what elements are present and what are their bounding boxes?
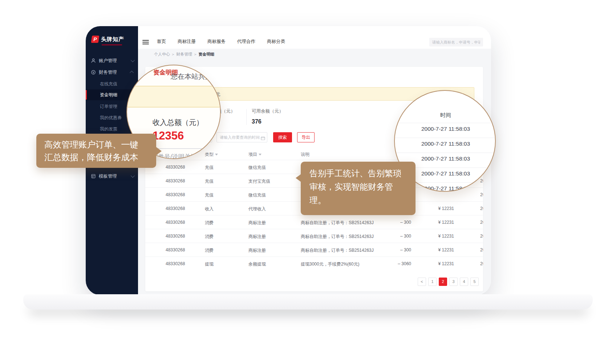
tooltip-left-line2: 汇总数据，降低财务成本 [44,151,148,164]
sidebar-item-recharge[interactable]: 在线充值 [86,78,138,89]
cell-time: 2000-7-27 11:58:03 [480,178,483,183]
brand-logo: P 头牌知产 [92,36,124,43]
export-button[interactable]: 导出 [297,132,315,142]
cell-time: 2000-7-27 11:58:03 [480,192,483,197]
laptop-base [23,294,593,310]
breadcrumb-sep: ＞ [171,52,175,56]
calendar-icon[interactable] [261,135,265,139]
magnified-income-value: 12356 [153,129,184,142]
cell-project: 代理收入 [248,206,266,212]
cell-project: 商标注册 [248,247,266,254]
cell-order: 48330268 [166,178,185,183]
nav-home[interactable]: 首页 [157,39,166,45]
stat-divider [246,109,247,125]
cell-type: 消费 [205,247,214,254]
hamburger-menu-icon[interactable] [142,40,149,45]
tooltip-right-line1: 告别手工统计、告别繁琐 [309,167,407,180]
pagination-page-2[interactable]: 2 [439,278,447,286]
sort-caret-icon [215,154,218,155]
pagination-page-1[interactable]: 1 [428,278,437,286]
cell-type: 收入 [205,206,214,212]
brand-name: 头牌知产 [101,36,124,43]
cell-project: 商标注册 [248,234,266,240]
row-divider [394,138,496,138]
breadcrumb-current: 资金明细 [198,52,214,56]
header-type[interactable]: 类型 [205,151,218,158]
header-project[interactable]: 项目 [248,151,262,158]
cell-amount: – 300 [378,220,411,225]
cell-type: 充值 [205,192,214,198]
cell-time: 2000-7-27 11:58:03 [480,220,483,225]
cell-balance: ¥ 12231 [421,206,454,211]
cell-type: 充值 [205,178,214,185]
table-row: 48330268 消费 商标注册 商标自助注册，订单号：SB2514263J –… [145,215,483,229]
cell-order: 48330268 [166,206,185,211]
chevron-up-icon [130,71,134,75]
sidebar-item-finance[interactable]: 财务管理 [86,67,138,78]
cell-time: 2000-7-27 11:58:03 [480,206,483,211]
cell-project: 微信充值 [248,165,266,171]
pagination: < 1 2 3 4 5 [418,278,479,286]
nav-agent-cooperation[interactable]: 代理合作 [237,39,255,45]
tooltip-right-line3: 理。 [309,194,407,207]
breadcrumb-finance[interactable]: 财务管理 [176,52,192,56]
cell-amount: – 3060 [378,261,411,266]
trademark-search-input[interactable] [429,38,483,46]
cell-order: 48330268 [166,234,185,239]
pagination-page-3[interactable]: 3 [449,278,458,286]
cell-order: 48330268 [166,220,185,225]
cell-balance: ¥ 12231 [421,220,454,225]
magnified-time-row: 2000-7-27 11:58:03 [395,126,496,132]
cell-project: 商标注册 [248,220,266,226]
tooltip-right-line2: 审核，实现智能财务管 [309,180,407,194]
pagination-prev[interactable]: < [418,278,426,286]
cell-order: 48330268 [166,165,185,170]
cell-desc: 商标自助注册，订单号：SB2514263J [301,247,374,254]
breadcrumb-home[interactable]: 个人中心 [154,52,170,56]
pagination-page-4[interactable]: 4 [460,278,468,286]
cell-order: 48330268 [166,192,185,197]
header-desc: 说明 [301,151,309,158]
time-filter-input[interactable] [216,132,267,142]
sidebar-item-label: 财务管理 [99,69,117,76]
pagination-page-5[interactable]: 5 [470,278,479,286]
template-icon [91,174,96,179]
magnified-banner [126,86,221,108]
nav-trademark-category[interactable]: 商标分类 [267,39,285,45]
tooltip-left-line1: 高效管理账户订单、一键 [44,138,148,151]
cell-amount: – 300 [378,247,411,252]
magnified-time-row: 2000-7-27 11:58:03 [395,155,496,162]
table-row: 48330268 提现 余额提现 提现3000元，手续费2%(60元) – 30… [145,256,483,270]
tooltip-right: 告别手工统计、告别繁琐 审核，实现智能财务管 理。 [301,162,416,215]
cell-type: 消费 [205,234,214,240]
nav-trademark-service[interactable]: 商标服务 [207,39,226,45]
cell-amount: – 300 [378,234,411,239]
cell-order: 48330268 [166,247,185,252]
cell-time: 2000-7-27 11:58:03 [480,234,483,239]
sidebar-item-label: 模板管理 [99,173,117,179]
row-divider [394,123,496,123]
cell-project: 余额提现 [248,261,266,267]
magnified-time-row: 2000-7-27 11:58:03 [395,141,496,147]
balance-label: 可用余额（元） [252,108,284,114]
sidebar-item-account[interactable]: 账户管理 [86,55,138,66]
cell-time: 2000-7-27 11:58:03 [480,247,483,252]
cell-type: 提现 [205,261,214,267]
chevron-down-icon [131,174,135,178]
top-nav-links: 首页 商标注册 商标服务 代理合作 商标分类 [157,39,285,45]
nav-trademark-register[interactable]: 商标注册 [178,39,196,45]
sidebar-item-template[interactable]: 模板管理 [86,171,138,182]
cell-desc: 商标自助注册，订单号：SB2514263J [301,220,374,226]
cell-project: 微信充值 [248,192,266,198]
table-row: 48330268 消费 商标注册 商标自助注册，订单号：SB2514263J –… [145,243,483,256]
brand-logo-underline [102,44,122,45]
row-divider [394,153,496,153]
cell-type: 充值 [205,165,214,171]
search-button[interactable]: 搜索 [273,132,292,142]
sidebar-item-label: 账户管理 [99,58,117,64]
cell-balance: ¥ 12231 [421,247,454,252]
magnified-time-header: 时间 [395,112,496,119]
brand-logo-icon: P [91,36,100,43]
cell-project: 支付宝充值 [248,178,270,185]
breadcrumb-sep: ＞ [193,52,197,56]
